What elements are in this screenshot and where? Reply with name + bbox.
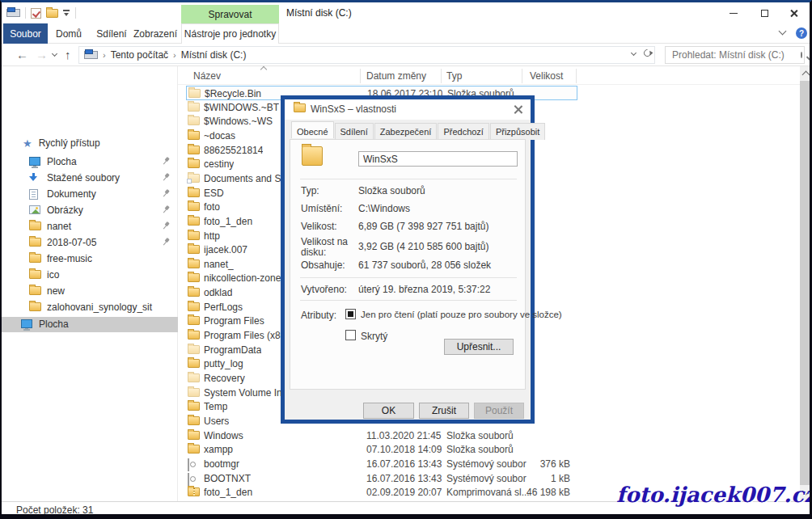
file-type: Složka souborů <box>446 430 514 441</box>
scroll-up-icon[interactable] <box>802 71 810 79</box>
help-icon[interactable]: ? <box>796 27 807 39</box>
file-size: 376 kB <box>493 458 570 470</box>
dialog-tab-sharing[interactable]: Sdílení <box>335 123 374 140</box>
folder-icon <box>188 89 201 98</box>
field-label: Velikost na disku: <box>301 237 351 258</box>
file-name: PerfLogs <box>204 302 243 313</box>
folder-icon <box>29 238 41 247</box>
sidebar-item-label: Plocha <box>39 319 69 330</box>
sidebar-item-ico[interactable]: ico <box>2 267 178 282</box>
column-type[interactable]: Typ <box>446 70 462 82</box>
file-name: ~docas <box>204 130 235 141</box>
field-label: Obsahuje: <box>301 260 345 271</box>
minimize-button[interactable] <box>721 2 746 23</box>
dialog-close-icon[interactable] <box>513 103 524 115</box>
sidebar-item-label: zalohovani_synology_sit <box>47 302 152 313</box>
pin-icon <box>160 220 171 231</box>
field-value: úterý 19. března 2019, 5:37:22 <box>358 284 490 295</box>
folder-icon <box>188 388 200 397</box>
column-divider[interactable] <box>576 69 577 83</box>
sidebar-item-desktop-root[interactable]: Plocha <box>2 317 178 332</box>
file-row[interactable]: Windows11.03.2020 21:45Složka souborů <box>186 428 577 443</box>
sidebar-item-nanet[interactable]: nanet <box>2 218 178 234</box>
recent-locations-icon[interactable] <box>52 51 57 57</box>
new-folder-icon[interactable] <box>46 9 58 18</box>
shortcut-arrow-icon <box>187 179 192 184</box>
tab-file[interactable]: Soubor <box>3 23 48 44</box>
contextual-tab-group[interactable]: Spravovat <box>181 5 279 24</box>
dialog-tab-customize[interactable]: Přizpůsobit <box>490 123 545 140</box>
folder-icon <box>188 302 200 311</box>
file-name: $Recycle.Bin <box>205 88 261 99</box>
divider <box>300 277 517 278</box>
navigation-bar: ← → ↑ Tento počítač Místní disk (C:) <box>2 44 810 66</box>
readonly-checkbox[interactable] <box>345 309 356 319</box>
scrollbar-thumb[interactable] <box>800 81 812 485</box>
column-size[interactable]: Velikost <box>530 70 563 82</box>
column-divider[interactable] <box>360 69 361 83</box>
file-name: nanet_ <box>204 259 234 270</box>
dialog-tab-general[interactable]: Obecné <box>291 121 334 138</box>
search-input[interactable] <box>666 49 801 61</box>
file-row[interactable]: BOOTNXT16.07.2016 13:43Systémový soubor1… <box>186 471 577 486</box>
vertical-scrollbar[interactable] <box>800 66 812 501</box>
file-row[interactable]: xampp07.10.2018 14:09Složka souborů <box>186 442 577 457</box>
column-name[interactable]: Název <box>193 70 221 82</box>
breadcrumb-local-disk[interactable]: Místní disk (C:) <box>181 49 247 61</box>
tab-drive-tools[interactable]: Nástroje pro jednotky <box>181 23 279 44</box>
up-icon[interactable]: ↑ <box>65 47 71 63</box>
folder-icon <box>29 270 41 279</box>
folder-icon <box>188 373 200 382</box>
forward-icon[interactable]: → <box>36 47 48 63</box>
refresh-icon[interactable] <box>642 48 653 58</box>
sidebar-item-obr-zky[interactable]: Obrázky <box>2 202 178 217</box>
search-box[interactable] <box>665 46 805 64</box>
address-dropdown-icon[interactable] <box>631 50 636 56</box>
breadcrumb-this-pc[interactable]: Tento počítač <box>111 49 168 61</box>
column-date-modified[interactable]: Datum změny <box>366 70 426 82</box>
folder-name-field[interactable] <box>358 151 518 167</box>
file-date-modified: 07.10.2018 14:09 <box>366 444 442 455</box>
sidebar-item-2018-07-05[interactable]: 2018-07-05 <box>2 234 178 250</box>
cancel-button[interactable]: Zrušit <box>419 403 469 419</box>
file-name: nikcollection-zoner <box>204 272 284 284</box>
sidebar-item-zalohovani-synology-sit[interactable]: zalohovani_synology_sit <box>2 299 178 314</box>
apply-button[interactable]: Použít <box>474 403 524 419</box>
file-row[interactable]: bootmgr16.07.2016 13:43Systémový soubor3… <box>186 457 577 471</box>
file-date-modified: 16.07.2016 13:43 <box>366 458 442 470</box>
customize-qat-icon[interactable] <box>63 10 70 16</box>
dialog-tab-security[interactable]: Zabezpečení <box>374 123 438 140</box>
sidebar-item-sta-en-soubory[interactable]: Stažené soubory <box>2 170 178 185</box>
column-divider[interactable] <box>441 69 442 83</box>
sidebar-item-new[interactable]: new <box>2 283 178 298</box>
properties-icon[interactable] <box>31 8 41 19</box>
sidebar-item-label: Stažené soubory <box>47 172 120 184</box>
field-value: 61 737 souborů, 28 056 složek <box>358 260 491 271</box>
close-button[interactable] <box>780 2 806 23</box>
file-row[interactable]: foto_1_den02.09.2019 20:07Komprimovaná s… <box>186 485 577 500</box>
sidebar-item-label: nanet <box>47 221 71 232</box>
ok-button[interactable]: OK <box>363 403 414 419</box>
advanced-button[interactable]: Upřesnit... <box>444 339 514 355</box>
hidden-checkbox[interactable] <box>345 330 356 340</box>
pin-icon <box>160 204 171 215</box>
sidebar-item-plocha[interactable]: Plocha <box>2 154 178 169</box>
tab-view[interactable]: Zobrazení <box>133 23 178 44</box>
folder-icon <box>29 286 41 295</box>
file-name: Recovery <box>204 373 245 384</box>
column-divider[interactable] <box>522 69 522 83</box>
back-icon[interactable]: ← <box>16 47 28 63</box>
maximize-button[interactable] <box>751 2 777 23</box>
file-name: Program Files <box>204 315 264 327</box>
address-bar[interactable]: Tento počítač Místní disk (C:) <box>78 46 655 64</box>
tab-home[interactable]: Domů <box>52 23 86 44</box>
sidebar-item-label: Plocha <box>47 156 77 167</box>
minimize-icon <box>730 13 738 14</box>
tab-share[interactable]: Sdílení <box>92 23 131 44</box>
sidebar-quick-access[interactable]: ★ Rychlý přístup <box>23 137 100 149</box>
file-name: BOOTNXT <box>204 473 251 484</box>
sidebar-item-free-music[interactable]: free-music <box>2 251 178 266</box>
hidden-label: Skrytý <box>361 331 387 342</box>
sidebar-item-dokumenty[interactable]: Dokumenty <box>2 186 178 201</box>
dialog-tab-previous-versions[interactable]: Předchozí verze <box>438 123 489 140</box>
